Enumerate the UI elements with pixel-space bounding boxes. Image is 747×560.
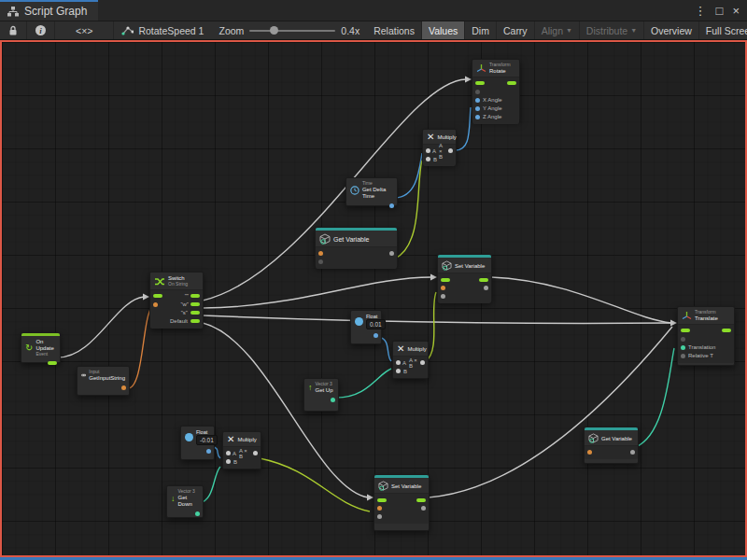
vector-out-port[interactable] xyxy=(195,511,200,516)
node-switch-on-string[interactable]: Switch On String "" "w" "s" Default xyxy=(149,272,204,329)
node-get-down[interactable]: ↓ Vector 3 Get Down xyxy=(166,485,204,518)
translation-in-port[interactable] xyxy=(681,345,685,350)
node-get-input-string[interactable]: Input GetInputString xyxy=(77,366,130,396)
name-in-port[interactable] xyxy=(587,450,592,455)
node-float-bot[interactable]: Float -0.01 xyxy=(180,426,215,460)
zoom-slider-handle[interactable] xyxy=(270,26,278,35)
value-inspection-button[interactable]: <×> xyxy=(55,21,114,39)
default-out-port[interactable] xyxy=(190,319,200,323)
y-angle-port[interactable] xyxy=(475,106,480,111)
target-in-port[interactable] xyxy=(681,337,685,342)
wire-setvarbot-translate xyxy=(429,327,672,497)
a-in-port[interactable] xyxy=(396,360,401,365)
node-set-variable-mid[interactable]: Set Variable xyxy=(437,254,492,302)
dim-button[interactable]: Dim xyxy=(465,21,497,39)
a-label: A xyxy=(432,148,436,154)
node-rotate[interactable]: Transform Rotate X Angle Y Angle Z Angle xyxy=(472,59,520,120)
case-out-port[interactable] xyxy=(190,311,200,315)
a-label: A xyxy=(233,451,236,456)
graph-breadcrumb[interactable]: RotateSpeed 1 xyxy=(114,21,211,39)
wire-multiplybot-setvarbot xyxy=(260,458,370,511)
node-translate[interactable]: Transform Translate Translation Relative… xyxy=(677,306,735,366)
product-out-port[interactable] xyxy=(253,451,258,455)
flow-in-port[interactable] xyxy=(377,498,387,502)
value-in-port[interactable] xyxy=(441,294,445,299)
carry-button[interactable]: Carry xyxy=(497,21,535,39)
window-close-icon[interactable]: × xyxy=(732,4,740,18)
name-in-port[interactable] xyxy=(318,251,323,256)
flow-in-port[interactable] xyxy=(153,294,162,298)
flow-in-port[interactable] xyxy=(681,329,690,332)
window-menu-icon[interactable]: ⋮ xyxy=(695,4,707,18)
b-in-port[interactable] xyxy=(426,157,430,161)
script-graph-window: Script Graph ⋮ □ × i <×> xyxy=(0,0,747,560)
product-out-port[interactable] xyxy=(448,148,453,153)
target-in-port[interactable] xyxy=(475,90,480,94)
flow-out-port[interactable] xyxy=(507,81,516,85)
flow-out-port[interactable] xyxy=(722,329,731,332)
float-value-field[interactable]: 0.01 xyxy=(366,319,386,329)
flow-arrowhead xyxy=(367,495,374,501)
product-out-port[interactable] xyxy=(420,360,425,365)
variable-icon xyxy=(442,260,452,271)
string-out-port[interactable] xyxy=(121,385,126,390)
value-out-port[interactable] xyxy=(389,251,394,256)
zoom-slider[interactable] xyxy=(249,30,335,32)
flow-out-port[interactable] xyxy=(48,361,57,365)
tab-script-graph[interactable]: Script Graph xyxy=(0,0,98,21)
info-button[interactable]: i xyxy=(27,21,55,39)
zoom-value: 0.4x xyxy=(341,25,359,36)
float-out-port[interactable] xyxy=(389,203,394,208)
node-multiply-top[interactable]: ✕ Multiply A A × B B xyxy=(422,129,457,164)
node-float-top[interactable]: Float 0.01 xyxy=(350,310,382,344)
overview-button[interactable]: Overview xyxy=(644,21,699,39)
node-multiply-mid[interactable]: ✕ Multiply A A × B B xyxy=(392,341,429,379)
flow-out-port[interactable] xyxy=(416,498,426,502)
value-out-port[interactable] xyxy=(484,286,488,290)
x-angle-port[interactable] xyxy=(475,98,480,103)
float-icon xyxy=(185,433,193,441)
node-on-update[interactable]: ↻ On Update Event xyxy=(21,332,61,363)
b-in-port[interactable] xyxy=(226,459,231,464)
case-out-port[interactable] xyxy=(190,302,200,306)
lock-button[interactable] xyxy=(0,21,27,39)
float-out-port[interactable] xyxy=(206,449,211,454)
a-in-port[interactable] xyxy=(226,451,231,455)
node-set-variable-bot[interactable]: Set Variable xyxy=(374,474,430,531)
flow-in-port[interactable] xyxy=(441,278,450,282)
multiply-icon: ✕ xyxy=(397,344,404,354)
node-multiply-bot[interactable]: ✕ Multiply A A × B B xyxy=(222,431,261,469)
case-out-port[interactable] xyxy=(190,294,200,298)
value-in-port[interactable] xyxy=(377,514,382,519)
node-get-variable-mid[interactable]: Get Variable xyxy=(315,227,398,267)
values-button[interactable]: Values xyxy=(422,21,465,39)
value-out-port[interactable] xyxy=(630,450,635,455)
name-in-port[interactable] xyxy=(441,286,445,290)
selector-in-port[interactable] xyxy=(153,302,158,307)
flow-in-port[interactable] xyxy=(475,81,485,85)
fallback-in-port[interactable] xyxy=(318,259,323,264)
fullscreen-button[interactable]: Full Screen xyxy=(699,21,747,39)
node-get-variable-bot[interactable]: Get Variable xyxy=(584,427,639,464)
align-dropdown[interactable]: Align ▼ xyxy=(535,21,580,39)
info-icon: i xyxy=(35,25,46,35)
window-maximize-icon[interactable]: □ xyxy=(716,4,724,18)
port-label: X Angle xyxy=(483,97,502,103)
node-get-up[interactable]: ↑ Vector 3 Get Up xyxy=(303,378,339,412)
float-out-port[interactable] xyxy=(374,333,378,338)
a-in-port[interactable] xyxy=(426,148,430,153)
graph-canvas[interactable]: ↻ On Update Event Input GetInputString xyxy=(0,40,747,557)
relative-to-port[interactable] xyxy=(681,354,685,358)
float-value-field[interactable]: -0.01 xyxy=(196,435,218,445)
zoom-label: Zoom xyxy=(218,25,244,36)
flow-arrowhead xyxy=(143,294,149,301)
vector-out-port[interactable] xyxy=(331,398,335,402)
flow-out-port[interactable] xyxy=(479,278,488,282)
value-out-port[interactable] xyxy=(421,506,426,511)
relations-button[interactable]: Relations xyxy=(367,21,422,39)
b-in-port[interactable] xyxy=(396,369,401,373)
z-angle-port[interactable] xyxy=(475,115,480,119)
node-get-delta-time[interactable]: Time Get Delta Time xyxy=(345,177,398,206)
distribute-dropdown[interactable]: Distribute ▼ xyxy=(580,21,644,39)
name-in-port[interactable] xyxy=(377,506,382,511)
